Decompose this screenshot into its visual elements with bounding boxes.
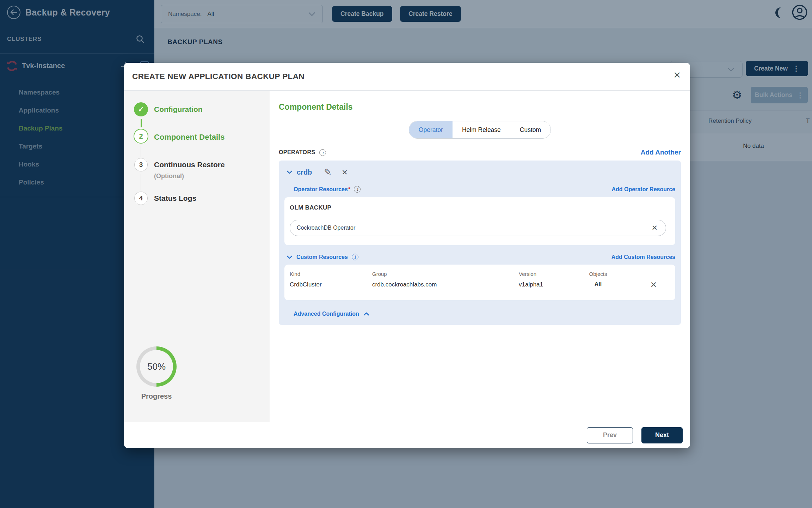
cell-group: crdb.cockroachlabs.com: [372, 281, 519, 288]
progress-label: Progress: [136, 392, 177, 400]
custom-resource-table: Kind Group Version Objects CrdbCluster c…: [284, 265, 675, 300]
tab-helm-release[interactable]: Helm Release: [453, 121, 510, 138]
remove-operator-icon[interactable]: ✕: [342, 169, 348, 176]
modal-header: CREATE NEW APPLICATION BACKUP PLAN ✕: [124, 63, 690, 91]
next-button[interactable]: Next: [641, 427, 683, 443]
tab-custom[interactable]: Custom: [510, 121, 550, 138]
olm-backup-card: OLM BACKUP ✕: [284, 197, 675, 245]
operator-panel: crdb ✎ ✕ Operator Resources* i Add Opera…: [279, 161, 681, 325]
col-objects: Objects: [582, 271, 614, 277]
col-kind: Kind: [290, 271, 372, 277]
section-heading: Component Details: [279, 102, 681, 112]
operator-resources-row: Operator Resources* i Add Operator Resou…: [294, 186, 675, 193]
step-4-number[interactable]: 4: [134, 192, 148, 205]
tab-group: Operator Helm Release Custom: [409, 121, 551, 139]
modal-title: CREATE NEW APPLICATION BACKUP PLAN: [132, 72, 304, 81]
step-2-number[interactable]: 2: [134, 129, 148, 144]
add-another-link[interactable]: Add Another: [641, 149, 681, 156]
cell-kind: CrdbCluster: [290, 281, 372, 288]
step-3-number[interactable]: 3: [134, 158, 148, 171]
cell-version: v1alpha1: [519, 281, 582, 288]
edit-icon[interactable]: ✎: [324, 168, 332, 177]
modal-content: Component Details Operator Helm Release …: [270, 91, 690, 422]
advanced-configuration-row: Advanced Configuration: [294, 311, 675, 317]
add-custom-resources-link[interactable]: Add Custom Resources: [611, 254, 675, 260]
operator-name[interactable]: crdb: [297, 168, 312, 176]
olm-backup-title: OLM BACKUP: [290, 204, 666, 211]
step-connector: [141, 119, 142, 127]
modal-body: ✓ Configuration 2 Component Details 3 Co…: [124, 91, 690, 422]
operator-row: crdb ✎ ✕: [287, 165, 675, 177]
operator-resource-input[interactable]: [290, 220, 666, 236]
step-4-label[interactable]: Status Logs: [154, 194, 196, 202]
custom-resources-label: Custom Resources: [296, 254, 348, 260]
cell-objects-all-link[interactable]: All: [582, 281, 614, 288]
col-group: Group: [372, 271, 519, 277]
add-operator-resource-link[interactable]: Add Operator Resource: [612, 186, 675, 193]
progress-percent: 50%: [136, 346, 177, 387]
info-icon[interactable]: i: [354, 186, 361, 193]
step-connector: [141, 146, 141, 157]
info-icon[interactable]: i: [319, 149, 326, 156]
step-1-label[interactable]: Configuration: [154, 105, 203, 114]
step-3-optional-label: (Optional): [154, 173, 184, 180]
progress-widget: 50% Progress: [136, 346, 177, 400]
operators-label: OPERATORS: [279, 149, 315, 156]
progress-ring: 50%: [136, 346, 177, 387]
custom-resources-row: Custom Resources i Add Custom Resources: [287, 254, 675, 260]
prev-button[interactable]: Prev: [587, 427, 633, 443]
create-backup-plan-modal: CREATE NEW APPLICATION BACKUP PLAN ✕ ✓ C…: [124, 63, 690, 448]
step-1-check-icon[interactable]: ✓: [134, 102, 148, 116]
chevron-down-icon[interactable]: [287, 255, 293, 259]
required-marker: *: [348, 186, 351, 193]
advanced-configuration-link[interactable]: Advanced Configuration: [294, 311, 359, 317]
operators-header-row: OPERATORS i Add Another: [279, 149, 681, 156]
chevron-up-icon[interactable]: [363, 312, 369, 316]
info-icon[interactable]: i: [352, 254, 358, 260]
col-version: Version: [519, 271, 582, 277]
remove-custom-resource-icon[interactable]: ✕: [650, 281, 657, 289]
tab-operator[interactable]: Operator: [409, 121, 453, 138]
operator-resources-label: Operator Resources: [294, 186, 348, 192]
step-2-label[interactable]: Component Details: [154, 133, 224, 142]
clear-input-icon[interactable]: ✕: [651, 224, 658, 231]
modal-footer: Prev Next: [124, 422, 690, 448]
close-icon[interactable]: ✕: [673, 71, 681, 80]
component-type-tabs: Operator Helm Release Custom: [279, 121, 681, 139]
step-3-label[interactable]: Continuous Restore: [154, 161, 225, 169]
step-connector: [141, 174, 141, 190]
chevron-down-icon[interactable]: [287, 170, 293, 174]
wizard-stepper: ✓ Configuration 2 Component Details 3 Co…: [124, 91, 270, 422]
